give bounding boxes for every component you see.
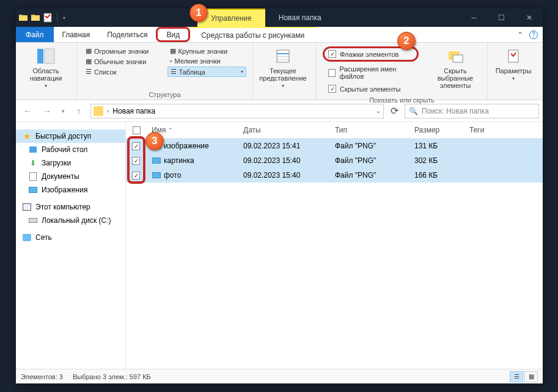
file-date: 09.02.2023 15:40: [238, 153, 330, 169]
pictures-icon: [28, 185, 38, 195]
folder-icon: [94, 106, 103, 116]
small-icons-icon: ▫: [170, 57, 172, 65]
content-pane: Имя⌃ Даты Тип Размер Теги ✓ изображение …: [126, 122, 543, 369]
nav-documents[interactable]: Документы: [16, 170, 125, 183]
up-button[interactable]: ↑: [71, 103, 87, 119]
tab-home[interactable]: Главная: [54, 27, 99, 42]
navigation-pane-label: Область навигации: [20, 67, 72, 82]
column-date[interactable]: Даты: [238, 122, 330, 138]
file-row[interactable]: ✓ картинка 09.02.2023 15:40 Файл "PNG" 3…: [126, 153, 543, 168]
file-type: Файл "PNG": [330, 153, 409, 169]
svg-rect-3: [31, 15, 35, 16]
quick-access-toolbar: ▾: [16, 9, 69, 27]
tab-view[interactable]: Вид: [156, 27, 190, 42]
svg-rect-6: [45, 49, 54, 64]
image-file-icon: [152, 170, 161, 180]
breadcrumb[interactable]: Новая папка: [112, 107, 155, 115]
options-icon: [504, 46, 523, 66]
layout-large-icons[interactable]: ▦Крупные значки: [167, 46, 247, 56]
ribbon-group-panes: Область навигации ▾: [16, 43, 77, 100]
file-extensions-option[interactable]: Расширения имен файлов: [323, 64, 419, 81]
file-size: 166 КБ: [409, 167, 464, 183]
dropdown-icon: ▾: [512, 76, 515, 81]
desktop-icon: [28, 145, 38, 154]
refresh-button[interactable]: ⟳: [387, 105, 401, 117]
thumbnails-view-toggle[interactable]: ▦: [524, 371, 538, 382]
separator: [57, 13, 57, 23]
svg-rect-1: [19, 15, 23, 16]
tab-view-label: Вид: [166, 31, 180, 39]
column-size[interactable]: Размер: [409, 122, 464, 138]
ribbon-group-layout: ▦Огромные значки ▦Обычные значки ☰Список…: [77, 43, 253, 100]
explorer-window: ▾ Управление Новая папка ─ ☐ ✕ Файл Глав…: [16, 9, 543, 383]
file-row[interactable]: ✓ фото 09.02.2023 15:40 Файл "PNG" 166 К…: [126, 168, 543, 183]
back-button[interactable]: ←: [20, 103, 35, 119]
layout-small-icons[interactable]: ▫Мелкие значки: [167, 57, 247, 65]
file-tags: [464, 142, 543, 150]
file-size: 131 КБ: [409, 138, 464, 154]
file-list: ✓ изображение 09.02.2023 15:41 Файл "PNG…: [126, 139, 543, 183]
properties-icon[interactable]: [43, 13, 53, 23]
history-dropdown-icon[interactable]: ▾: [59, 103, 67, 119]
collapse-ribbon-icon[interactable]: ⌃: [517, 31, 523, 39]
annotation-badge-3: 3: [145, 132, 164, 150]
nav-this-pc[interactable]: Этот компьютер: [16, 200, 125, 214]
tab-picture-tools[interactable]: Средства работы с рисунками: [190, 27, 315, 42]
help-icon[interactable]: ?: [529, 31, 538, 39]
qat-dropdown-icon[interactable]: ▾: [62, 15, 67, 21]
hide-selected-button[interactable]: Скрыть выбранные элементы: [427, 45, 483, 89]
navigation-pane-button[interactable]: Область навигации ▾: [20, 45, 72, 89]
nav-local-disk[interactable]: Локальный диск (C:): [16, 214, 125, 227]
explorer-body: ★ Быстрый доступ Рабочий стол ⬇ Загрузки…: [16, 122, 543, 369]
file-name: изображение: [164, 142, 209, 150]
file-tags: [464, 172, 543, 179]
search-input[interactable]: 🔍 Поиск: Новая папка: [405, 104, 539, 118]
checkbox-icon[interactable]: [133, 126, 141, 134]
hidden-items-label: Скрытые элементы: [340, 85, 401, 93]
file-name: картинка: [164, 156, 194, 165]
nav-pictures[interactable]: Изображения: [16, 183, 125, 197]
svg-rect-7: [277, 50, 289, 62]
chevron-right-icon[interactable]: ›: [107, 107, 109, 114]
star-icon: ★: [22, 131, 32, 141]
downloads-icon: ⬇: [28, 158, 38, 168]
chevron-down-icon[interactable]: ⌄: [376, 107, 381, 114]
minimize-button[interactable]: ─: [460, 9, 488, 27]
column-headers: Имя⌃ Даты Тип Размер Теги: [126, 122, 543, 139]
nav-network[interactable]: Сеть: [16, 231, 125, 244]
file-tags: [464, 157, 543, 164]
ribbon-tabs: Файл Главная Поделиться Вид Средства раб…: [16, 27, 543, 43]
tab-file[interactable]: Файл: [16, 27, 54, 42]
close-button[interactable]: ✕: [515, 9, 543, 27]
current-view-button[interactable]: Текущее представление ▾: [257, 45, 309, 89]
window-controls: ─ ☐ ✕: [460, 9, 543, 27]
svg-rect-5: [37, 49, 43, 64]
nav-quick-access[interactable]: ★ Быстрый доступ: [16, 129, 125, 143]
file-type: Файл "PNG": [330, 167, 409, 183]
dropdown-icon: ▾: [45, 83, 47, 89]
svg-rect-12: [453, 55, 463, 62]
file-row[interactable]: ✓ изображение 09.02.2023 15:41 Файл "PNG…: [126, 139, 543, 153]
column-type[interactable]: Тип: [330, 122, 409, 138]
large-icons-icon: ▦: [170, 47, 176, 55]
layout-huge-icons[interactable]: ▦Огромные значки: [83, 46, 163, 56]
options-button[interactable]: Параметры ▾: [491, 45, 535, 81]
folder-icon: [18, 13, 28, 23]
nav-desktop[interactable]: Рабочий стол: [16, 143, 125, 156]
hidden-items-option[interactable]: ✓ Скрытые элементы: [323, 84, 419, 94]
tab-share[interactable]: Поделиться: [98, 27, 156, 42]
column-tags[interactable]: Теги: [464, 122, 543, 138]
maximize-button[interactable]: ☐: [488, 9, 515, 27]
search-icon: 🔍: [409, 107, 418, 115]
nav-downloads[interactable]: ⬇ Загрузки: [16, 156, 125, 170]
ribbon: Область навигации ▾ ▦Огромные значки ▦Об…: [16, 43, 543, 100]
layout-medium-icons[interactable]: ▦Обычные значки: [83, 57, 163, 66]
computer-icon: [22, 202, 32, 212]
details-icon: ☰: [171, 68, 177, 76]
search-placeholder: Поиск: Новая папка: [422, 107, 489, 115]
layout-details[interactable]: ☰Таблица▾: [167, 67, 247, 77]
address-bar[interactable]: › Новая папка ⌄: [90, 104, 384, 118]
details-view-toggle[interactable]: ☰: [510, 371, 523, 382]
layout-list[interactable]: ☰Список: [83, 67, 163, 76]
checkbox-checked-icon: ✓: [328, 85, 336, 93]
